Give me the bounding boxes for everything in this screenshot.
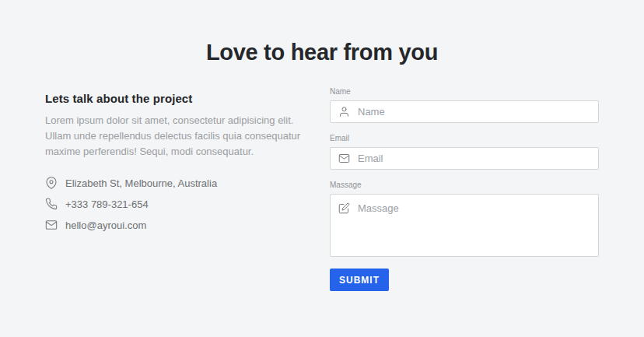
contact-address-row: Elizabeth St, Melbourne, Australia: [45, 175, 303, 191]
content-columns: Lets talk about the project Lorem ipsum …: [45, 87, 599, 291]
page-title: Love to hear from you: [45, 39, 599, 65]
contact-email-text: hello@ayroui.com: [65, 219, 146, 231]
location-pin-icon: [45, 177, 58, 189]
email-field-label: Email: [330, 134, 599, 142]
contact-email-row: hello@ayroui.com: [45, 217, 303, 233]
info-description: Lorem ipsum dolor sit amet, consectetur …: [45, 113, 303, 160]
phone-icon: [45, 198, 58, 210]
envelope-icon: [338, 153, 350, 164]
edit-icon: [338, 202, 350, 214]
info-heading: Lets talk about the project: [45, 92, 303, 105]
contact-phone-row: +333 789-321-654: [45, 196, 303, 212]
contact-form: Name Email: [330, 87, 599, 291]
contact-address-text: Elizabeth St, Melbourne, Australia: [65, 177, 217, 189]
submit-button[interactable]: SUBMIT: [330, 269, 389, 291]
message-field-label: Massage: [330, 181, 599, 189]
email-input-wrap: [330, 147, 599, 170]
email-input[interactable]: [358, 153, 590, 164]
message-textarea[interactable]: [358, 202, 590, 248]
contact-section: Love to hear from you Lets talk about th…: [45, 0, 599, 291]
name-input[interactable]: [358, 106, 590, 118]
envelope-icon: [45, 219, 58, 231]
user-icon: [338, 106, 350, 118]
name-field-label: Name: [330, 87, 599, 96]
name-input-wrap: [330, 100, 599, 123]
info-column: Lets talk about the project Lorem ipsum …: [45, 87, 303, 238]
message-textarea-wrap: [330, 194, 599, 257]
contact-phone-text: +333 789-321-654: [65, 198, 149, 210]
